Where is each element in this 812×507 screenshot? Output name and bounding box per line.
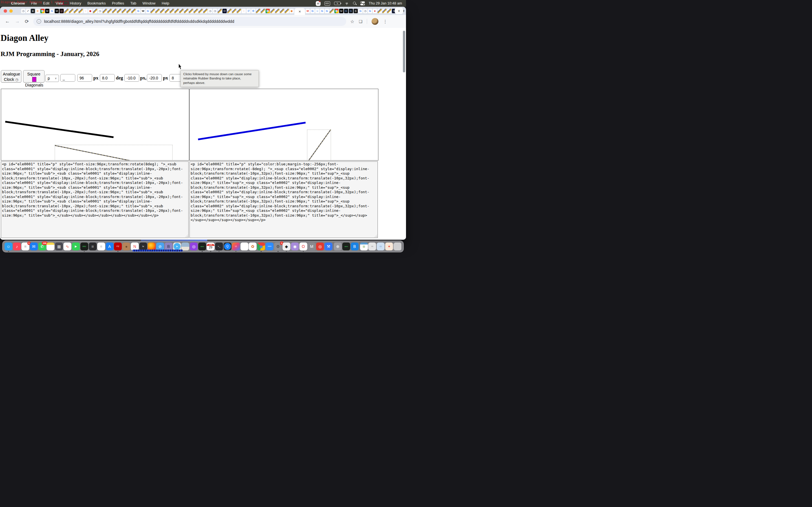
browser-tab-medium-icon[interactable]: M <box>55 9 59 13</box>
maximize-window-button[interactable] <box>15 9 18 13</box>
browser-tab-clock-icon[interactable]: ◷ <box>363 9 367 13</box>
dock-item-xterm[interactable]: xterm <box>198 242 206 250</box>
forward-button[interactable]: → <box>15 18 20 24</box>
menu-item-history[interactable]: History <box>66 0 84 7</box>
dock-item-calendar[interactable]: JAN29 <box>207 242 214 250</box>
browser-tab-pencil-icon[interactable] <box>79 9 83 13</box>
browser-tab-chrome-dark-icon[interactable] <box>40 9 45 13</box>
analogue-clock-button[interactable]: Analogue Clock ◷ <box>1 70 21 82</box>
vertical-scrollbar-thumb[interactable] <box>403 31 405 72</box>
browser-tab-google-icon[interactable]: G <box>325 9 329 13</box>
browser-tab-pencil-icon[interactable] <box>160 9 164 13</box>
browser-tab-pencil-icon[interactable] <box>387 9 391 13</box>
dock-item-podcasts[interactable]: ◎ <box>190 242 198 250</box>
dock-item-xrg-monitor[interactable]: XRG <box>80 242 88 250</box>
menu-item-profiles[interactable]: Profiles <box>109 0 127 7</box>
browser-tab-google-icon[interactable]: G <box>310 9 315 13</box>
dock-item-launchpad[interactable]: ▦ <box>55 242 63 250</box>
browser-tab-google-icon[interactable]: G <box>320 9 324 13</box>
dock-item-contacts[interactable]: ● <box>122 242 130 250</box>
site-info-icon[interactable]: i <box>37 19 41 24</box>
menu-item-help[interactable]: Help <box>159 0 172 7</box>
browser-tab-pencil-icon[interactable] <box>170 9 174 13</box>
browser-tab-medium-icon[interactable]: M <box>339 9 343 13</box>
dock-item-textedit[interactable]: ≡ <box>97 242 105 250</box>
spotlight-icon[interactable] <box>353 2 356 5</box>
browser-tab-pencil-icon[interactable] <box>184 9 188 13</box>
browser-tab-pencil-icon[interactable] <box>329 9 334 13</box>
dock-item-firefox[interactable] <box>148 242 156 250</box>
dock-item-inkscape[interactable]: ◆ <box>283 242 290 250</box>
control-center-icon[interactable] <box>360 1 365 5</box>
browser-tab-pencil-icon[interactable] <box>280 9 284 13</box>
chrome-menu-kebab-icon[interactable]: ⋮ <box>383 19 388 24</box>
browser-tab-pencil-icon[interactable] <box>69 9 73 13</box>
browser-tab-pencil-icon[interactable] <box>218 9 222 13</box>
browser-tab-dots-icon[interactable]: ◌ <box>84 9 88 13</box>
browser-tab-pencil-icon[interactable] <box>74 9 78 13</box>
browser-tab-pencil-icon[interactable] <box>126 9 131 13</box>
close-window-button[interactable] <box>4 9 7 13</box>
translate-x-input[interactable] <box>124 74 139 82</box>
browser-tab-pencil-icon[interactable] <box>103 9 107 13</box>
bookmark-star-icon[interactable]: ☆ <box>350 19 354 24</box>
browser-tab-pencil-icon[interactable] <box>227 9 232 13</box>
browser-tab-pencil-icon[interactable] <box>203 9 207 13</box>
dock-item-drawing-app[interactable]: ∿ <box>63 242 71 250</box>
browser-tab-g-dark-icon[interactable]: G <box>349 9 353 13</box>
browser-tab-pencil-icon[interactable] <box>256 9 260 13</box>
menu-item-bookmarks[interactable]: Bookmarks <box>84 0 109 7</box>
font-size-input[interactable] <box>77 74 92 82</box>
browser-tab-s-dark-icon[interactable]: S <box>354 9 358 13</box>
browser-tab-nsw-icon[interactable]: ◉ <box>88 9 93 13</box>
tab-search-chevron-button[interactable]: ∨ <box>395 8 403 14</box>
address-bar[interactable]: i localhost:8888/diagon_alley.html?uhgfg… <box>33 17 346 26</box>
dock-item-notes[interactable] <box>47 242 54 250</box>
right-code-textarea[interactable]: <p id="ele0002" title="p" style="color:b… <box>190 161 378 238</box>
browser-tab-pencil-icon[interactable] <box>275 9 280 13</box>
dock-item-zoom[interactable]: zoom <box>266 242 273 250</box>
browser-tab-apple-icon[interactable]: ● <box>373 9 377 13</box>
extensions-puzzle-icon[interactable]: ❑ <box>359 19 363 24</box>
dock-item-minimized-window-3[interactable]: ◉ <box>385 242 393 250</box>
browser-tab-dots-icon[interactable]: ◌ <box>242 9 246 13</box>
dock-item-apple-news[interactable]: N <box>131 242 139 250</box>
browser-tab-pencil-icon[interactable] <box>112 9 116 13</box>
dock-item-mail[interactable]: ✉ <box>30 242 38 250</box>
dock-item-bbedit[interactable]: B <box>165 242 172 250</box>
browser-tab-record-dark-icon[interactable]: ◎ <box>59 9 64 13</box>
browser-tab-chrome-dark-icon[interactable] <box>266 9 270 13</box>
square-diagonals-button[interactable]: Square Diagonals <box>23 70 45 82</box>
dock-item-apple-tv[interactable]: tv <box>139 242 147 250</box>
dock-item-photos-viewer[interactable] <box>181 242 189 250</box>
dock-item-blocked-app[interactable]: ⊘ <box>156 242 164 250</box>
browser-tab-pencil-icon[interactable] <box>232 9 236 13</box>
url-text[interactable]: localhost:8888/diagon_alley.html?uhgfgfd… <box>44 19 234 24</box>
browser-tab-pencil-icon[interactable] <box>64 9 68 13</box>
browser-tab-pencil-icon[interactable] <box>194 9 198 13</box>
back-button[interactable]: ← <box>5 18 10 24</box>
keyboard-icon[interactable] <box>324 1 330 6</box>
dock-item-accessibility[interactable]: ⊕ <box>334 242 342 250</box>
browser-tab-gmail-icon[interactable]: M <box>306 9 310 13</box>
dock-item-filezilla[interactable]: FZ <box>114 242 122 250</box>
browser-tab-pencil-icon[interactable] <box>199 9 203 13</box>
browser-tab-clock-icon[interactable]: ◷ <box>98 9 102 13</box>
browser-tab-clock-icon[interactable]: ◷ <box>213 9 217 13</box>
browser-tab-pencil-icon[interactable] <box>285 9 289 13</box>
dock-item-music[interactable]: ♪ <box>13 242 21 250</box>
browser-tab-pencil-icon[interactable] <box>382 9 387 13</box>
browser-tab-google-icon[interactable]: G <box>136 9 140 13</box>
dock-item-downloads-window[interactable]: ▤ <box>360 242 368 250</box>
minimize-window-button[interactable] <box>9 9 13 13</box>
menu-bar-clock[interactable]: Thu 29 Jan 10:48 am <box>369 1 402 5</box>
browser-tab-clock-icon[interactable]: ◷ <box>21 9 26 13</box>
dock-item-safari[interactable]: ➤ <box>173 242 181 250</box>
profile-avatar[interactable] <box>371 18 378 25</box>
browser-tab-g-dark-icon[interactable]: G <box>344 9 348 13</box>
degrees-input[interactable] <box>100 74 115 82</box>
browser-tab-github-icon[interactable]: ● <box>31 9 35 13</box>
browser-tab-google-icon[interactable]: G <box>368 9 372 13</box>
browser-tab-pencil-icon[interactable] <box>189 9 193 13</box>
browser-tab-wiki-icon[interactable]: W <box>141 9 145 13</box>
